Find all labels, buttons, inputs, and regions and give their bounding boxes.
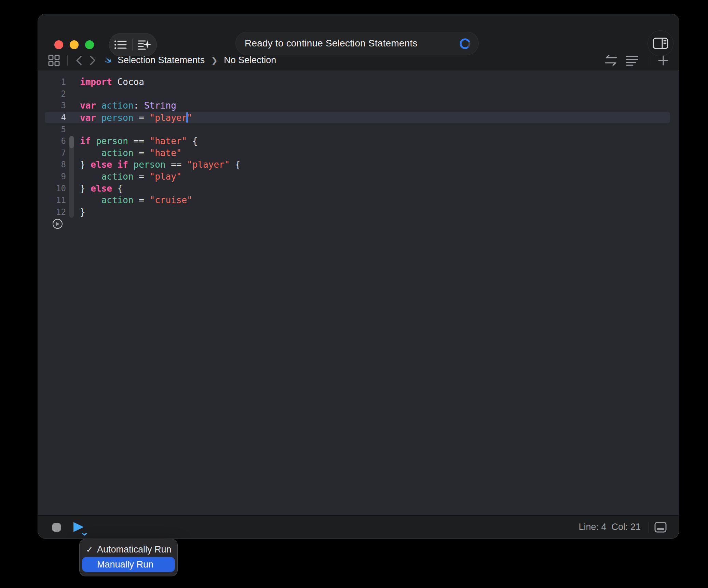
run-button[interactable] (72, 521, 87, 535)
line-number: 7 (38, 148, 66, 158)
compose-sparkle-icon[interactable] (138, 39, 151, 51)
line-number: 3 (38, 101, 66, 110)
jump-bar: Selection Statements ❯ No Selection (38, 51, 679, 70)
checkmark-icon: ✓ (82, 545, 97, 555)
code-line[interactable]: 1import Cocoa (38, 76, 679, 88)
line-number: 11 (38, 195, 66, 205)
status-text: Ready to continue Selection Statements (245, 38, 418, 49)
close-button[interactable] (54, 40, 63, 49)
line-number: 1 (38, 77, 66, 87)
breadcrumb-separator: ❯ (209, 56, 219, 65)
debug-area-toggle-icon[interactable] (654, 522, 667, 533)
run-play-icon (72, 521, 87, 536)
menu-item-manually-run[interactable]: Manually Run (82, 557, 175, 572)
xcode-playground-window: Ready to continue Selection Statements (38, 14, 679, 539)
jumpbar-divider (67, 55, 68, 66)
code-line[interactable]: 5 (38, 123, 679, 135)
inspector-panel-icon (653, 38, 668, 49)
breadcrumb: Selection Statements ❯ No Selection (101, 55, 276, 66)
sidebar-list-icon[interactable] (114, 40, 127, 50)
code-text: } (80, 207, 85, 217)
line-number: 4 (38, 113, 66, 122)
code-line[interactable]: 10} else { (38, 182, 679, 194)
code-text: import Cocoa (80, 77, 144, 87)
play-icon (55, 222, 60, 226)
line-number: 9 (38, 172, 66, 181)
menu-item-label: Manually Run (97, 559, 153, 570)
menu-item-label: Automatically Run (97, 544, 172, 555)
playground-run-button[interactable] (53, 219, 63, 229)
code-line[interactable]: 11 action = "cruise" (38, 194, 679, 206)
line-number: 8 (38, 160, 66, 169)
line-number: 12 (38, 207, 66, 217)
breadcrumb-selection[interactable]: No Selection (224, 55, 276, 66)
jumpbar-divider (648, 55, 648, 66)
code-line[interactable]: 9 action = "play" (38, 171, 679, 183)
forward-chevron-icon[interactable] (89, 55, 96, 66)
bottombar-divider (649, 522, 649, 533)
source-editor[interactable]: 1import Cocoa23var action: String4var pe… (38, 70, 679, 515)
code-text: action = "cruise" (80, 195, 192, 205)
related-items-grid-icon[interactable] (48, 55, 60, 66)
code-line[interactable]: 7 action = "hate" (38, 147, 679, 159)
title-bar: Ready to continue Selection Statements (38, 14, 679, 51)
breadcrumb-file[interactable]: Selection Statements (118, 55, 205, 66)
code-lines: 1import Cocoa23var action: String4var pe… (38, 70, 679, 218)
back-chevron-icon[interactable] (75, 55, 83, 66)
code-text: var person = "player" (80, 112, 192, 123)
menu-item-automatically-run[interactable]: ✓Automatically Run (82, 542, 175, 557)
adjust-editor-arrows-icon[interactable] (604, 54, 618, 67)
run-options-context-menu: ✓Automatically RunManually Run (79, 539, 178, 576)
minimap-lines-icon[interactable] (626, 55, 638, 66)
line-number: 2 (38, 89, 66, 99)
code-line[interactable]: 3var action: String (38, 100, 679, 112)
stop-button[interactable] (52, 523, 61, 532)
zoom-button[interactable] (85, 40, 94, 49)
code-text: action = "hate" (80, 148, 181, 158)
traffic-lights (54, 40, 94, 49)
swift-file-icon (101, 55, 113, 66)
progress-spinner-icon (459, 38, 471, 50)
code-line[interactable]: 2 (38, 88, 679, 100)
code-text: action = "play" (80, 171, 181, 182)
code-text: var action: String (80, 100, 176, 111)
add-editor-plus-icon[interactable] (658, 55, 669, 66)
line-number: 6 (38, 136, 66, 146)
code-text: } else { (80, 183, 123, 194)
code-line[interactable]: 4var person = "player" (38, 112, 679, 124)
line-col-indicator: Line: 4 Col: 21 (578, 522, 641, 532)
code-line[interactable]: 8} else if person == "player" { (38, 159, 679, 171)
code-text: } else if person == "player" { (80, 159, 241, 170)
code-line[interactable]: 6if person == "hater" { (38, 135, 679, 147)
code-line[interactable]: 12} (38, 206, 679, 218)
code-text: if person == "hater" { (80, 136, 198, 146)
toolbar-divider (132, 39, 133, 51)
line-number: 5 (38, 125, 66, 134)
minimize-button[interactable] (70, 40, 79, 49)
line-number: 10 (38, 184, 66, 193)
debug-bar: Line: 4 Col: 21 (38, 515, 679, 538)
